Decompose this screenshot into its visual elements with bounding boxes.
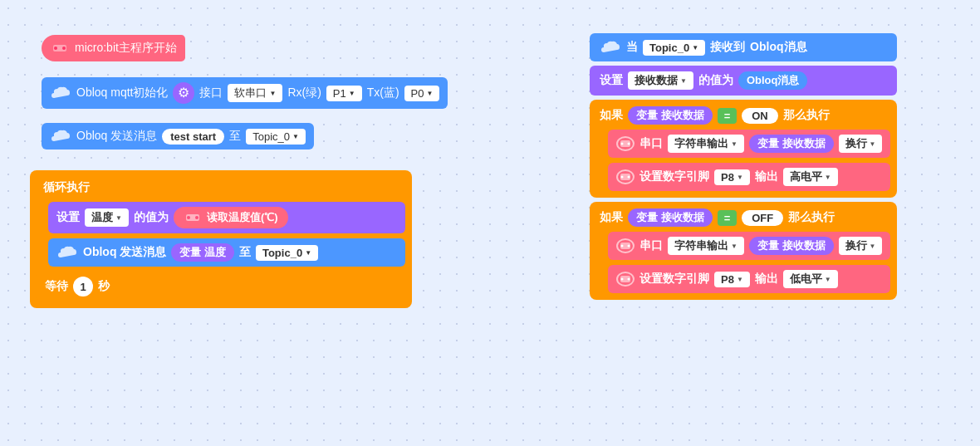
if-on-body: 串口 字符串输出 变量 接收数据 换行 xyxy=(608,130,890,191)
serial-icon-pin-off xyxy=(616,272,635,287)
wait-value[interactable]: 1 xyxy=(73,277,93,297)
tx-label: Tx(蓝) xyxy=(367,86,399,100)
serial-var-off: 变量 接收数据 xyxy=(749,237,834,255)
svg-point-17 xyxy=(628,278,630,281)
svg-point-16 xyxy=(621,278,624,281)
svg-point-1 xyxy=(54,47,57,50)
to-label: 至 xyxy=(229,129,241,144)
serial-off-prefix: 串口 xyxy=(639,238,663,253)
tx-dropdown[interactable]: P0 xyxy=(404,86,440,101)
if-on-equals: = xyxy=(718,108,737,124)
if-off-prefix: 如果 xyxy=(600,210,623,225)
microbit-label: micro:bit主程序开始 xyxy=(75,41,177,56)
if-off-equals: = xyxy=(718,210,737,226)
if-off-body: 串口 字符串输出 变量 接收数据 换行 xyxy=(608,232,890,293)
sensor-block: 读取温度值(℃) xyxy=(174,207,288,228)
port-label: 接口 xyxy=(199,86,223,100)
var-temp-pill: 变量 温度 xyxy=(171,243,234,262)
port-dropdown[interactable]: 软串口 xyxy=(228,84,282,102)
pin-on-dropdown[interactable]: P8 xyxy=(714,169,750,185)
cloud-icon-loop xyxy=(56,244,78,261)
rx-dropdown[interactable]: P1 xyxy=(326,86,362,101)
loop-header: 循环执行 xyxy=(37,177,405,202)
sensor-label: 读取温度值(℃) xyxy=(207,210,278,225)
set-recv-suffix: 的值为 xyxy=(698,73,733,88)
serial-svg-pin-on xyxy=(620,173,631,181)
rx-label: Rx(绿) xyxy=(287,86,321,100)
level-on-dropdown[interactable]: 高电平 xyxy=(783,168,838,186)
serial-type-on-dropdown[interactable]: 字符串输出 xyxy=(668,135,744,153)
if-on-then: 那么执行 xyxy=(783,108,830,123)
serial-newline-off-dropdown[interactable]: 换行 xyxy=(839,237,883,255)
serial-icon-pin-on xyxy=(616,169,635,184)
if-off-container: 如果 变量 接收数据 = OFF 那么执行 xyxy=(590,202,897,300)
serial-out-on-block: 串口 字符串输出 变量 接收数据 换行 xyxy=(608,130,890,158)
level-off-dropdown[interactable]: 低电平 xyxy=(783,270,838,288)
if-on-container: 如果 变量 接收数据 = ON 那么执行 xyxy=(590,100,897,198)
topic-dropdown-loop[interactable]: Topic_0 xyxy=(256,245,318,261)
obloq-init-block: Obloq mqtt初始化 ⚙ 接口 软串口 Rx(绿) P1 Tx(蓝) P0 xyxy=(42,77,448,109)
obloq-init-label: Obloq mqtt初始化 xyxy=(76,86,168,100)
temp-var-dropdown[interactable]: 温度 xyxy=(85,208,129,227)
wait-suffix: 秒 xyxy=(98,279,110,294)
recv-var-dropdown[interactable]: 接收数据 xyxy=(628,71,693,90)
topic-dropdown-3[interactable]: Topic_0 xyxy=(246,129,306,145)
when-prefix: 当 xyxy=(626,40,638,55)
svg-point-2 xyxy=(62,47,66,50)
when-msg: Obloq消息 xyxy=(750,40,806,55)
serial-var-on: 变量 接收数据 xyxy=(749,135,834,153)
pin-off-dropdown[interactable]: P8 xyxy=(714,272,750,287)
svg-point-14 xyxy=(628,245,630,248)
send-prefix-loop: Obloq 发送消息 xyxy=(83,245,166,260)
send-prefix: Obloq 发送消息 xyxy=(76,129,157,144)
set-pin-off-block: 设置数字引脚 P8 输出 低电平 xyxy=(608,265,890,293)
set-recv-block: 设置 接收数据 的值为 Obloq消息 xyxy=(590,66,897,96)
send-temp-block: Obloq 发送消息 变量 温度 至 Topic_0 xyxy=(48,238,405,267)
set-pin-on-prefix: 设置数字引脚 xyxy=(639,169,709,184)
pin-on-output: 输出 xyxy=(755,169,778,184)
serial-type-off-dropdown[interactable]: 字符串输出 xyxy=(668,237,744,255)
when-topic-dropdown[interactable]: Topic_0 xyxy=(643,40,705,56)
if-off-header: 如果 变量 接收数据 = OFF 那么执行 xyxy=(596,207,890,232)
svg-point-13 xyxy=(621,245,624,248)
wait-block: 等待 1 秒 xyxy=(37,272,118,301)
set-pin-off-prefix: 设置数字引脚 xyxy=(639,272,709,287)
serial-svg-on xyxy=(620,140,631,148)
svg-point-4 xyxy=(187,216,190,219)
serial-newline-on-dropdown[interactable]: 换行 xyxy=(839,135,883,153)
sensor-icon xyxy=(185,213,200,223)
svg-point-5 xyxy=(195,216,198,219)
gear-icon[interactable]: ⚙ xyxy=(173,82,194,104)
serial-svg-off xyxy=(620,242,631,250)
set-suffix: 的值为 xyxy=(134,210,169,225)
svg-point-10 xyxy=(621,176,624,179)
when-receive: 接收到 xyxy=(710,40,745,55)
cloud-icon-3 xyxy=(50,128,71,145)
to-label-loop: 至 xyxy=(239,245,251,260)
if-on-header: 如果 变量 接收数据 = ON 那么执行 xyxy=(596,105,890,130)
set-prefix: 设置 xyxy=(56,210,80,225)
recv-value: Obloq消息 xyxy=(738,71,808,90)
set-temp-block: 设置 温度 的值为 读取温度值(℃) xyxy=(48,202,405,233)
pin-off-output: 输出 xyxy=(755,272,778,287)
serial-out-off-block: 串口 字符串输出 变量 接收数据 换行 xyxy=(608,232,890,260)
serial-svg-pin-off xyxy=(620,275,631,283)
serial-icon-on xyxy=(616,136,635,151)
cloud-icon-when xyxy=(600,39,621,56)
workspace: micro:bit主程序开始 Obloq mqtt初始化 ⚙ 接口 软串口 Rx… xyxy=(17,17,963,446)
loop-body: 设置 温度 的值为 读取温度值(℃) xyxy=(48,202,405,267)
message-pill: test start xyxy=(162,129,224,145)
if-on-prefix: 如果 xyxy=(600,108,623,123)
cloud-icon-2 xyxy=(50,85,71,101)
obloq-send-block: Obloq 发送消息 test start 至 Topic_0 xyxy=(42,123,314,149)
loop-container: 循环执行 设置 温度 的值为 xyxy=(30,170,412,308)
if-on-value: ON xyxy=(742,108,778,124)
if-off-var: 变量 接收数据 xyxy=(628,208,713,227)
if-off-value: OFF xyxy=(742,210,783,226)
if-off-then: 那么执行 xyxy=(788,210,835,225)
svg-point-8 xyxy=(628,143,630,145)
when-block: 当 Topic_0 接收到 Obloq消息 xyxy=(590,33,897,61)
serial-on-prefix: 串口 xyxy=(639,136,663,151)
microbit-start-block: micro:bit主程序开始 xyxy=(42,35,185,61)
microbit-icon xyxy=(50,40,70,56)
